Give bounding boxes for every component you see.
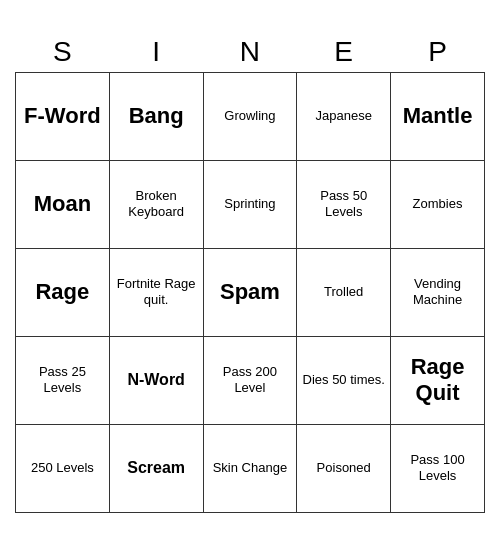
bingo-cell: Pass 200 Level <box>203 336 297 424</box>
bingo-cell: Rage <box>16 248 110 336</box>
bingo-cell: Rage Quit <box>391 336 485 424</box>
bingo-cell: Pass 25 Levels <box>16 336 110 424</box>
bingo-cell: Broken Keyboard <box>109 160 203 248</box>
bingo-cell: Mantle <box>391 72 485 160</box>
bingo-card: SINEP F-WordBangGrowlingJapaneseMantleMo… <box>15 32 485 513</box>
bingo-cell: N-Word <box>109 336 203 424</box>
bingo-cell: Scream <box>109 424 203 512</box>
table-row: MoanBroken KeyboardSprintingPass 50 Leve… <box>16 160 485 248</box>
bingo-cell: Pass 50 Levels <box>297 160 391 248</box>
header-cell: I <box>109 32 203 73</box>
bingo-cell: Pass 100 Levels <box>391 424 485 512</box>
table-row: RageFortnite Rage quit.SpamTrolledVendin… <box>16 248 485 336</box>
bingo-cell: Spam <box>203 248 297 336</box>
header-cell: N <box>203 32 297 73</box>
bingo-cell: Dies 50 times. <box>297 336 391 424</box>
bingo-cell: F-Word <box>16 72 110 160</box>
bingo-cell: Fortnite Rage quit. <box>109 248 203 336</box>
bingo-cell: Sprinting <box>203 160 297 248</box>
table-row: 250 LevelsScreamSkin ChangePoisonedPass … <box>16 424 485 512</box>
bingo-cell: Zombies <box>391 160 485 248</box>
header-cell: P <box>391 32 485 73</box>
table-row: F-WordBangGrowlingJapaneseMantle <box>16 72 485 160</box>
bingo-cell: 250 Levels <box>16 424 110 512</box>
bingo-cell: Vending Machine <box>391 248 485 336</box>
bingo-cell: Growling <box>203 72 297 160</box>
bingo-cell: Moan <box>16 160 110 248</box>
bingo-cell: Trolled <box>297 248 391 336</box>
header-cell: S <box>16 32 110 73</box>
header-cell: E <box>297 32 391 73</box>
table-row: Pass 25 LevelsN-WordPass 200 LevelDies 5… <box>16 336 485 424</box>
header-row: SINEP <box>16 32 485 73</box>
bingo-cell: Bang <box>109 72 203 160</box>
bingo-cell: Skin Change <box>203 424 297 512</box>
bingo-cell: Poisoned <box>297 424 391 512</box>
bingo-cell: Japanese <box>297 72 391 160</box>
bingo-body: F-WordBangGrowlingJapaneseMantleMoanBrok… <box>16 72 485 512</box>
